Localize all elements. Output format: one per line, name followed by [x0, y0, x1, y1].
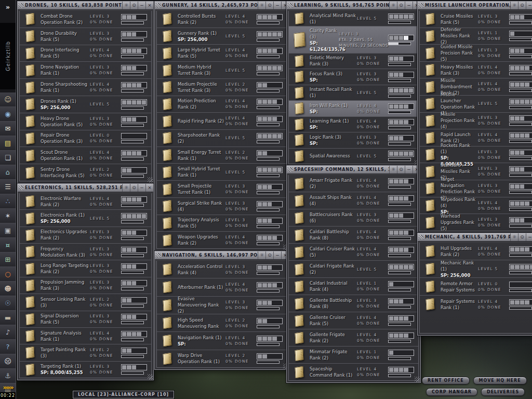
skill-row[interactable]: Medium Hybrid Turret Rank (3)LEVEL 5 [157, 62, 287, 79]
skill-row[interactable]: Navigation Rank (1)SP:LEVEL 40% DONE [157, 332, 287, 350]
skill-row[interactable]: Signature Analysis Rank (1)LEVEL 40% DON… [20, 328, 151, 344]
skill-row[interactable]: Gallente Cruiser Rank (5)LEVEL 40% DONE [289, 312, 418, 329]
window-titlebar[interactable]: GUNNERY, 14 SKILLS, 2,465,973 POINTS☼⊙−× [155, 2, 289, 10]
notepad-icon[interactable]: ▤ [0, 136, 16, 151]
chat-tab-local[interactable]: LOCAL [23]-ALLIANCE-CORP [10] [73, 391, 174, 398]
character-sheet-icon[interactable]: ☺ [0, 92, 16, 107]
skill-row[interactable]: Large Hybrid Turret Rank (5)LEVEL 40% DO… [157, 45, 287, 62]
minimize-icon[interactable]: − [405, 2, 413, 9]
skill-row[interactable]: Surgical Strike Rank (4)LEVEL 30% DONE [157, 198, 287, 215]
minimize-icon[interactable]: − [273, 251, 281, 259]
science-industry-icon[interactable]: ⊞ [0, 252, 16, 267]
ships-icon[interactable]: ⚓ [0, 369, 16, 383]
skill-row[interactable]: Small Energy Turret Rank (1)LEVEL 20% DO… [157, 147, 287, 164]
neocom-chevrons-icon[interactable]: »»» [0, 383, 16, 391]
window-titlebar[interactable]: MECHANIC, 4 SKILLS, 391,769 POINTS☼⊙−× [418, 233, 532, 242]
map-icon[interactable]: ☉ [0, 296, 16, 311]
skill-row[interactable]: Weapon Upgrades Rank (2)LEVEL 40% DONE [157, 232, 287, 248]
pin-icon[interactable]: ☼ [510, 233, 518, 241]
skill-row[interactable]: Drone Sharpshooting Rank (1)LEVEL 40% DO… [20, 79, 151, 96]
skill-row[interactable]: Frequency Modulation Rank (3)LEVEL 30% D… [20, 244, 151, 260]
close-icon[interactable]: × [145, 2, 153, 9]
skill-row[interactable]: Spaceship Command Rank (1)LEVEL 40% DONE [289, 364, 418, 380]
skill-row[interactable]: Repair Drone Operation Rank (3)LEVEL 00%… [20, 130, 151, 148]
minimize-icon[interactable]: − [526, 233, 532, 241]
skill-row[interactable]: Warhead Upgrades Rank (5)LEVEL 30% DONE [420, 214, 532, 231]
opacity-icon[interactable]: ⊙ [265, 251, 273, 259]
window-titlebar[interactable]: SPACESHIP COMMAND, 12 SKILLS, 1,84☼⊙−× [287, 166, 420, 174]
skill-row[interactable]: Long Range Targeting Rank (2)LEVEL 30% D… [20, 260, 151, 277]
skill-row[interactable]: Sharpshooter Rank (2)LEVEL 5 [157, 130, 287, 147]
skill-row[interactable]: Defender Missiles Rank (2)LEVEL 10% DONE [420, 28, 532, 45]
skill-row[interactable]: Warp Drive Operation Rank (1)LEVEL 20% D… [157, 350, 287, 367]
skill-row[interactable]: Minmatar Frigate Rank (2)LEVEL 10% DONE [289, 347, 418, 364]
pin-icon[interactable]: ☼ [258, 2, 265, 9]
skill-row[interactable]: High Speed Maneuvering RankLEVEL 20% DON… [157, 314, 287, 332]
opacity-icon[interactable]: ⊙ [130, 184, 138, 192]
skill-row[interactable]: Drone Interfacing Rank (5)LEVEL 40% DONE [20, 45, 151, 62]
pin-icon[interactable]: ☼ [510, 2, 518, 9]
pin-icon[interactable]: ☼ [389, 166, 397, 174]
pin-icon[interactable]: ☼ [122, 2, 130, 9]
help-lifebuoy-icon[interactable]: ○ [0, 267, 16, 282]
skill-row[interactable]: Caldari Cruiser Rank (5)LEVEL 40% DONE [289, 244, 418, 261]
character-nameplate[interactable]: Geirkztilb [0, 23, 16, 89]
certificates-icon[interactable]: ▬ [0, 311, 16, 325]
minimize-icon[interactable]: − [138, 2, 145, 9]
rent-office-button[interactable]: RENT OFFICE [422, 377, 470, 384]
opacity-icon[interactable]: ⊙ [265, 2, 273, 9]
minimize-icon[interactable]: − [138, 184, 145, 192]
skill-row[interactable]: Rapid Firing Rank (2)LEVEL 40% DONE [157, 113, 287, 130]
skill-row[interactable]: Electronic Warfare Rank (2)LEVEL 40% DON… [20, 193, 151, 210]
journal-icon[interactable]: ☰ [0, 180, 16, 194]
window-titlebar[interactable]: NAVIGATION, 6 SKILLS, 146,997 POINTS☼⊙−× [155, 251, 289, 260]
window-titlebar[interactable]: MISSILE LAUNCHER OPERATION, 13 SKILLS☼⊙−… [418, 2, 532, 10]
close-icon[interactable]: × [145, 184, 153, 192]
opacity-icon[interactable]: ⊙ [518, 233, 526, 241]
skill-row[interactable]: Medium Projectile Turret Rank (3)LEVEL 2… [157, 79, 287, 96]
standings-icon[interactable]: ✶ [0, 209, 16, 223]
skill-row[interactable]: Clarity Rank (3)SP:61,264/135,76LEVEL 3E… [289, 26, 418, 53]
skill-row[interactable]: Trajectory Analysis Rank (5)LEVEL 30% DO… [157, 215, 287, 232]
skill-row[interactable]: Propulsion Jamming Rank (3)LEVEL 30% DON… [20, 277, 151, 294]
skill-row[interactable]: Sentry Drone Interfacing Rank (5)LEVEL 2… [20, 164, 151, 181]
window-titlebar[interactable]: DRONES, 10 SKILLS, 683,858 POINTS☼⊙−× [18, 2, 153, 10]
skill-row[interactable]: Targeting Rank (1)SP: 8,000/45,255LEVEL … [20, 362, 151, 378]
skill-row[interactable]: Combat Drone Operation Rank (2)LEVEL 30%… [20, 11, 151, 28]
log-mask-icon[interactable]: ☹ [0, 354, 16, 369]
skill-row[interactable]: Missile Launcher Operation Rank (1)LEVEL… [420, 96, 532, 113]
skill-row[interactable]: Gallente Battleship Rank (8)LEVEL 30% DO… [289, 295, 418, 312]
fleet-icon[interactable]: ∴ [0, 194, 16, 209]
pin-icon[interactable]: ☼ [122, 184, 130, 192]
skill-row[interactable]: Caldari Frigate Rank (2)LEVEL 5 [289, 261, 418, 278]
window-titlebar[interactable]: LEARNING, 9 SKILLS, 954,765 POINTS (☼⊙−× [287, 2, 420, 10]
skill-row[interactable]: Signal Dispersion Rank (5)LEVEL 30% DONE [20, 311, 151, 328]
skill-row[interactable]: Small Projectile Turret Rank (1)LEVEL 30… [157, 181, 287, 198]
skill-row[interactable]: Evasive Maneuvering Rank (2)LEVEL 30% DO… [157, 297, 287, 314]
skill-row[interactable]: Remote Armor Repair SystemsLEVEL 00% DON… [420, 278, 532, 296]
skill-row[interactable]: Drone Navigation Rank (1)LEVEL 30% DONE [20, 62, 151, 79]
skill-row[interactable]: Hull Upgrades Rank (2)LEVEL 40% DONE [420, 243, 532, 260]
window-titlebar[interactable]: ELECTRONICS, 11 SKILLS, 528,251 POINTS☼⊙… [18, 184, 153, 192]
skill-row[interactable]: Missile Projection Rank (4)LEVEL 30% DON… [420, 113, 532, 130]
skill-row[interactable]: Gallente Frigate Rank (2)LEVEL 40% DONE [289, 329, 418, 347]
pin-icon[interactable]: ☼ [258, 251, 265, 259]
market-icon[interactable]: ⌂ [0, 165, 16, 180]
neocom-expand-icon[interactable]: » [0, 0, 16, 14]
skill-row[interactable]: Afterburner Rank (1)LEVEL 40% DONE [157, 278, 287, 296]
skill-row[interactable]: Eidetic Memory Rank (3)LEVEL 30% DONE [289, 54, 418, 69]
skill-row[interactable]: Target Painting Rank (3)LEVEL 20% DONE [20, 344, 151, 361]
skill-row[interactable]: Electronics Rank (1)SP: 256,000LEVEL 5 [20, 210, 151, 227]
opacity-icon[interactable]: ⊙ [518, 2, 526, 9]
skill-row[interactable]: Scout Drone Operation Rank (1)LEVEL 40% … [20, 147, 151, 164]
skill-row[interactable]: Motion Prediction Rank (2)LEVEL 40% DONE [157, 96, 287, 113]
skill-row[interactable]: Torpedoes Rank (4)SP:LEVEL 40% DONE [420, 197, 532, 215]
skill-row[interactable]: Caldari Industrial Rank (4)LEVEL 10% DON… [289, 278, 418, 295]
channels-icon[interactable]: ☻ [0, 282, 16, 296]
skill-row[interactable]: Heavy Drone Operation Rank (5)LEVEL 30% … [20, 113, 151, 130]
opacity-icon[interactable]: ⊙ [397, 166, 405, 174]
opacity-icon[interactable]: ⊙ [130, 2, 138, 9]
skill-row[interactable]: Drone Durability Rank (5)LEVEL 30% DONE [20, 28, 151, 45]
skill-row[interactable]: Analytical Mind Rank (1)LEVEL 5 [289, 11, 418, 26]
minimize-icon[interactable]: − [526, 2, 532, 9]
